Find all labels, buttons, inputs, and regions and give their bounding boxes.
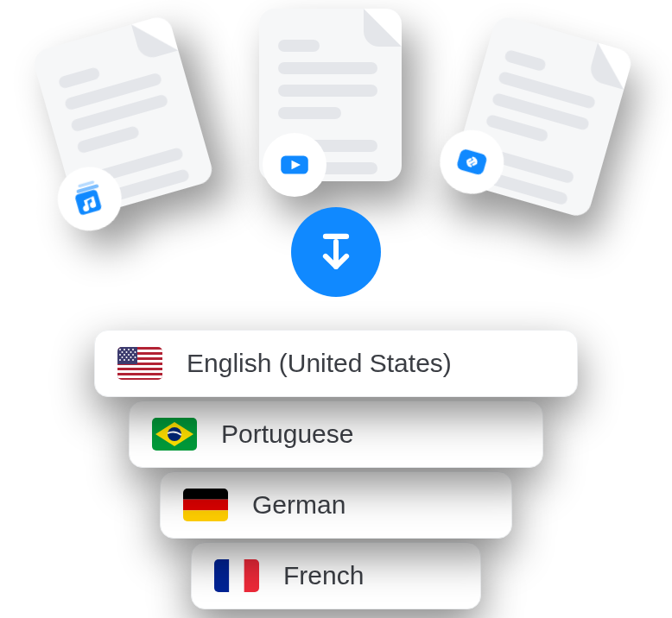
document-link	[450, 14, 635, 219]
video-icon	[263, 133, 326, 197]
document-audio	[31, 14, 216, 219]
svg-rect-11	[117, 365, 162, 368]
svg-point-26	[132, 354, 134, 356]
svg-rect-40	[183, 510, 228, 521]
svg-point-15	[119, 349, 121, 350]
svg-point-22	[135, 351, 136, 353]
source-documents-row	[0, 9, 672, 233]
svg-point-27	[122, 356, 124, 358]
svg-point-23	[119, 354, 121, 356]
svg-point-18	[132, 349, 134, 350]
svg-point-19	[122, 351, 124, 353]
svg-rect-41	[214, 559, 229, 592]
svg-point-28	[126, 356, 128, 358]
flag-br-icon	[152, 418, 197, 451]
svg-point-31	[119, 359, 121, 361]
svg-point-32	[124, 359, 125, 361]
svg-rect-42	[229, 559, 244, 592]
svg-rect-43	[244, 559, 259, 592]
svg-rect-39	[183, 500, 228, 511]
svg-point-34	[132, 359, 134, 361]
language-option-portuguese[interactable]: Portuguese	[129, 400, 543, 468]
download-icon	[291, 207, 381, 297]
svg-rect-13	[117, 375, 162, 378]
svg-point-24	[124, 354, 125, 356]
svg-point-21	[130, 351, 132, 353]
svg-rect-12	[117, 370, 162, 373]
flag-us-icon	[117, 347, 162, 380]
language-label: French	[283, 561, 364, 590]
language-label: English (United States)	[187, 349, 452, 378]
svg-rect-38	[183, 489, 228, 500]
language-label: Portuguese	[221, 419, 353, 449]
svg-point-16	[124, 349, 125, 350]
svg-point-30	[135, 356, 136, 358]
language-option-german[interactable]: German	[160, 471, 512, 539]
flag-fr-icon	[214, 559, 259, 592]
language-option-english-us[interactable]: English (United States)	[94, 330, 578, 397]
svg-point-33	[128, 359, 130, 361]
language-list: English (United States) Portuguese Germa…	[0, 330, 672, 613]
svg-point-17	[128, 349, 130, 350]
flag-de-icon	[183, 489, 228, 521]
svg-point-29	[130, 356, 132, 358]
page-fold-icon	[364, 9, 402, 47]
svg-point-20	[126, 351, 128, 353]
document-video	[259, 9, 402, 181]
svg-point-25	[128, 354, 130, 356]
language-label: German	[252, 490, 346, 520]
language-option-french[interactable]: French	[191, 542, 481, 609]
